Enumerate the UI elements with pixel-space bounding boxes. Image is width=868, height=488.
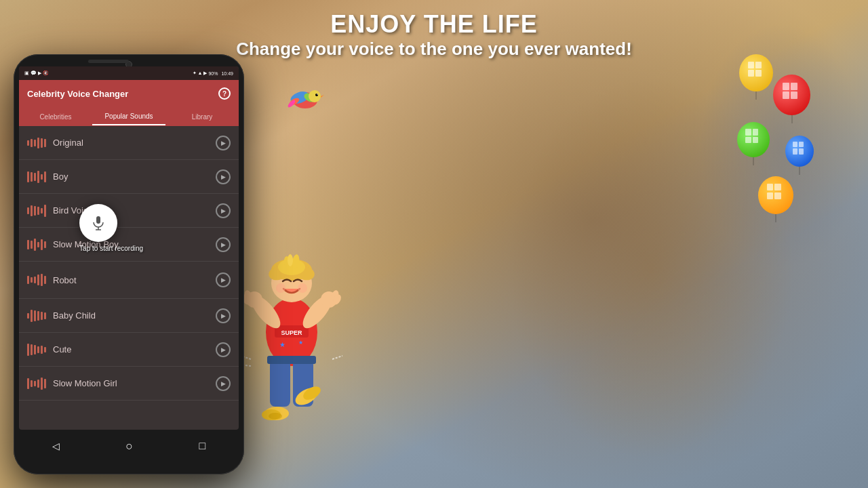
nav-back-button[interactable]: ◁ — [52, 441, 60, 451]
voice-name-slow-motion-girl: Slow Motion Girl — [53, 378, 216, 388]
play-btn-baby-child[interactable]: ▶ — [216, 308, 231, 323]
play-btn-original[interactable]: ▶ — [216, 136, 231, 150]
play-btn-slow-motion-girl[interactable]: ▶ — [216, 376, 231, 391]
waveform-slow-motion-boy — [27, 238, 46, 251]
bird-decoration — [285, 81, 326, 121]
microphone-icon — [90, 215, 106, 231]
waveform-slow-motion-girl — [27, 377, 46, 390]
balloon-window-green — [745, 129, 758, 143]
waveform-bird-voice — [27, 204, 46, 218]
balloon-blue — [785, 136, 814, 167]
svg-text:SUPER: SUPER — [281, 329, 302, 336]
waveform-cute — [27, 343, 46, 357]
balloon-orange — [758, 176, 793, 214]
balloon-window-red — [783, 83, 797, 99]
help-icon[interactable]: ? — [218, 87, 231, 100]
nav-recent-button[interactable]: □ — [199, 440, 206, 452]
nav-home-button[interactable]: ○ — [125, 439, 133, 453]
voice-name-boy: Boy — [53, 171, 216, 182]
phone-nav: ◁ ○ □ — [19, 431, 239, 461]
balloon-window-blue — [793, 142, 804, 154]
voice-item-boy[interactable]: Boy ▶ — [19, 160, 239, 194]
svg-point-5 — [317, 94, 318, 95]
svg-point-25 — [276, 283, 285, 293]
play-btn-cute[interactable]: ▶ — [216, 342, 231, 357]
status-bar: ▣ 💬 ▶ 🔇 ✦ ▲ ▶ 90% 10:49 — [19, 66, 239, 80]
battery-text: 90% — [208, 71, 218, 76]
play-btn-slow-motion-boy[interactable]: ▶ — [216, 237, 231, 252]
time-text: 10:49 — [221, 71, 233, 76]
play-btn-bird-voice[interactable]: ▶ — [216, 203, 231, 218]
svg-point-42 — [269, 413, 282, 420]
play-btn-boy[interactable]: ▶ — [216, 169, 231, 184]
svg-point-3 — [309, 90, 321, 102]
balloon-yellow — [739, 54, 773, 92]
mic-overlay: Tap to start recording — [79, 204, 143, 252]
tap-hint: Tap to start recording — [79, 245, 143, 252]
tab-popular-sounds[interactable]: Popular Sounds — [92, 108, 165, 125]
svg-rect-35 — [270, 359, 290, 407]
balloon-window-orange — [767, 184, 781, 199]
voice-name-baby-child: Baby Child — [53, 310, 216, 321]
app-header: Celebrity Voice Changer ? — [19, 80, 239, 107]
svg-rect-9 — [96, 216, 100, 224]
header-section: ENJOY THE LIFE Change your voice to the … — [0, 10, 868, 60]
phone-screen: ▣ 💬 ▶ 🔇 ✦ ▲ ▶ 90% 10:49 Celebrity Voice … — [19, 66, 239, 430]
header-title: ENJOY THE LIFE — [0, 10, 868, 39]
voice-name-robot: Robot — [53, 275, 216, 285]
voice-item-cute[interactable]: Cute ▶ — [19, 333, 239, 367]
tab-library[interactable]: Library — [165, 109, 239, 125]
svg-marker-6 — [321, 95, 324, 98]
play-btn-robot[interactable]: ▶ — [216, 272, 231, 287]
voice-list: Tap to start recording Original ▶ Boy ▶ — [19, 126, 239, 401]
voice-name-cute: Cute — [53, 344, 216, 354]
svg-text:★: ★ — [279, 341, 285, 348]
tab-bar: Celebrities Popular Sounds Library — [19, 107, 239, 126]
wifi-icon: ✦ ▲ ▶ — [193, 70, 208, 76]
phone-container: ▣ 💬 ▶ 🔇 ✦ ▲ ▶ 90% 10:49 Celebrity Voice … — [14, 54, 244, 474]
voice-item-robot[interactable]: Robot ▶ — [19, 262, 239, 299]
status-right-icons: ✦ ▲ ▶ 90% 10:49 — [193, 70, 233, 76]
tab-celebrities[interactable]: Celebrities — [19, 109, 92, 125]
balloon-green — [737, 122, 770, 157]
waveform-robot — [27, 273, 46, 287]
phone-speaker — [88, 60, 129, 63]
waveform-original — [27, 136, 46, 150]
balloon-red — [773, 75, 810, 115]
svg-rect-37 — [267, 356, 316, 364]
voice-item-slow-motion-girl[interactable]: Slow Motion Girl ▶ — [19, 367, 239, 401]
svg-line-45 — [332, 356, 342, 359]
voice-item-original[interactable]: Original ▶ — [19, 126, 239, 160]
app-title: Celebrity Voice Changer — [27, 89, 128, 99]
waveform-baby-child — [27, 309, 46, 323]
mic-button[interactable] — [79, 204, 117, 242]
phone-body: ▣ 💬 ▶ 🔇 ✦ ▲ ▶ 90% 10:49 Celebrity Voice … — [14, 54, 244, 474]
svg-point-24 — [288, 254, 293, 266]
voice-name-original: Original — [53, 138, 216, 148]
status-left-icons: ▣ 💬 ▶ 🔇 — [24, 70, 49, 76]
waveform-boy — [27, 170, 46, 184]
balloon-window-yellow — [748, 62, 762, 77]
svg-point-26 — [298, 283, 307, 293]
notification-icons: ▣ 💬 ▶ 🔇 — [24, 70, 49, 76]
svg-text:★: ★ — [298, 340, 303, 346]
voice-item-baby-child[interactable]: Baby Child ▶ — [19, 299, 239, 333]
